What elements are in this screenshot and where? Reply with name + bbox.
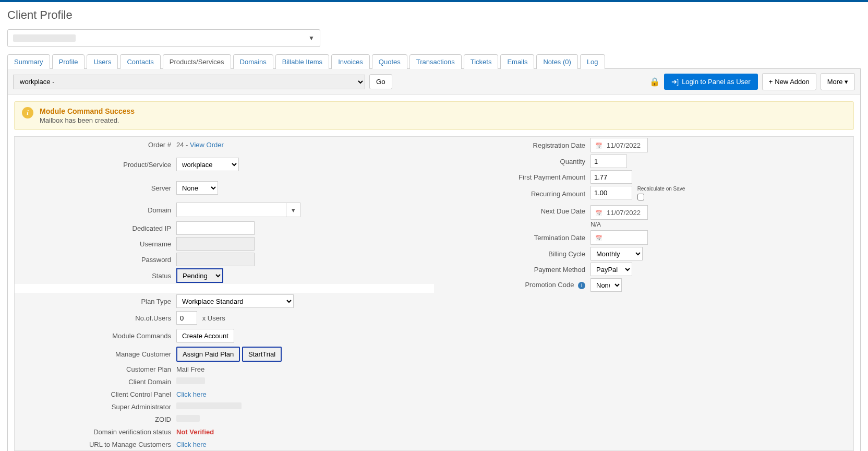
tab-quotes[interactable]: Quotes (372, 54, 407, 69)
plan-type-label: Plan Type (15, 298, 176, 305)
view-order-link[interactable]: View Order (190, 141, 224, 149)
tab-summary[interactable]: Summary (7, 54, 50, 69)
create-account-button[interactable]: Create Account (176, 329, 234, 343)
no-of-users-label: No.of.Users (15, 314, 176, 322)
assign-paid-plan-button[interactable]: Assign Paid Plan (176, 347, 240, 362)
status-select[interactable]: Pending (176, 268, 223, 283)
recalculate-checkbox[interactable] (637, 194, 644, 200)
go-button[interactable]: Go (369, 74, 392, 89)
termination-date-label: Termination Date (434, 234, 590, 242)
domain-dropdown-button[interactable]: ▾ (286, 203, 300, 217)
success-alert: i Module Command Success Mailbox has bee… (14, 101, 854, 130)
no-of-users-input[interactable] (176, 311, 197, 325)
alert-message: Mailbox has been created. (40, 116, 135, 124)
server-select[interactable]: None (176, 181, 218, 195)
calendar-icon (595, 209, 602, 217)
tab-notes[interactable]: Notes (0) (536, 54, 577, 69)
domain-input[interactable] (176, 203, 286, 217)
tab-products-services[interactable]: Products/Services (163, 54, 231, 69)
caret-down-icon: ▾ (845, 78, 848, 86)
domain-label: Domain (15, 206, 176, 214)
username-input[interactable] (176, 237, 255, 251)
info-icon[interactable]: i (578, 282, 585, 289)
caret-down-icon: ▾ (292, 206, 295, 214)
tab-invoices[interactable]: Invoices (331, 54, 370, 69)
domain-verification-status-value: Not Verified (176, 428, 214, 436)
chevron-down-icon: ▼ (308, 34, 315, 42)
url-manage-customers-link[interactable]: Click here (176, 441, 207, 448)
tab-log[interactable]: Log (580, 54, 605, 69)
dedicated-ip-input[interactable] (176, 221, 255, 235)
products-panel: workplace - Go 🔒 ➜] Login to Panel as Us… (7, 68, 861, 451)
quantity-input[interactable] (590, 155, 627, 168)
manage-customer-label: Manage Customer (15, 350, 176, 358)
client-control-panel-link[interactable]: Click here (176, 390, 207, 398)
customer-plan-value: Mail Free (176, 365, 853, 373)
plan-type-select[interactable]: Workplace Standard (176, 294, 294, 308)
recurring-amount-input[interactable] (590, 186, 632, 199)
page-title: Client Profile (7, 8, 861, 22)
customer-plan-label: Customer Plan (15, 365, 176, 373)
registration-date-label: Registration Date (434, 141, 590, 149)
billing-cycle-select[interactable]: Monthly (590, 247, 643, 260)
promotion-code-select[interactable]: None (590, 278, 622, 292)
product-select[interactable]: workplace - (13, 75, 365, 89)
users-suffix: x Users (202, 314, 225, 322)
domain-verification-status-label: Domain verification status (15, 428, 176, 436)
super-admin-redacted (176, 402, 242, 409)
alert-title: Module Command Success (40, 107, 135, 115)
dedicated-ip-label: Dedicated IP (15, 224, 176, 232)
calendar-icon (595, 141, 602, 149)
client-name-redacted (13, 34, 76, 42)
order-label: Order # (15, 141, 176, 149)
url-manage-customers-label: URL to Manage Customers (15, 441, 176, 448)
billing-cycle-label: Billing Cycle (434, 250, 590, 258)
new-addon-button[interactable]: + New Addon (762, 73, 816, 90)
tab-profile[interactable]: Profile (52, 54, 85, 69)
password-input[interactable] (176, 253, 255, 266)
promotion-code-label: Promotion Code i (434, 281, 590, 289)
super-administrator-label: Super Administrator (15, 403, 176, 411)
server-label: Server (15, 184, 176, 192)
next-due-under: N/A (590, 221, 848, 228)
payment-method-label: Payment Method (434, 266, 590, 274)
termination-date-input[interactable] (590, 230, 648, 245)
client-control-panel-label: Client Control Panel (15, 390, 176, 398)
login-icon: ➜] (671, 78, 679, 86)
info-icon: i (22, 107, 33, 118)
calendar-icon (595, 234, 602, 242)
tab-transactions[interactable]: Transactions (409, 54, 462, 69)
password-label: Password (15, 256, 176, 264)
status-label: Status (15, 272, 176, 280)
lock-icon: 🔒 (649, 77, 660, 87)
client-dropdown[interactable]: ▼ (7, 29, 320, 47)
tab-bar: Summary Profile Users Contacts Products/… (7, 54, 861, 69)
plus-icon: + (769, 78, 773, 86)
more-dropdown-button[interactable]: More ▾ (821, 73, 855, 90)
recurring-amount-label: Recurring Amount (434, 190, 590, 198)
next-due-date-input[interactable]: 11/07/2022 (590, 205, 648, 220)
first-payment-label: First Payment Amount (434, 173, 590, 181)
quantity-label: Quantity (434, 158, 590, 165)
tab-domains[interactable]: Domains (233, 54, 273, 69)
start-trial-button[interactable]: StartTrial (242, 347, 282, 362)
tab-users[interactable]: Users (87, 54, 118, 69)
tab-tickets[interactable]: Tickets (464, 54, 499, 69)
zoid-redacted (176, 415, 200, 422)
module-commands-label: Module Commands (15, 332, 176, 340)
first-payment-input[interactable] (590, 170, 632, 184)
payment-method-select[interactable]: PayPal (590, 263, 632, 276)
login-panel-button[interactable]: ➜] Login to Panel as User (664, 74, 758, 90)
username-label: Username (15, 240, 176, 248)
client-domain-redacted (176, 377, 205, 384)
product-service-select[interactable]: workplace (176, 158, 239, 171)
registration-date-input[interactable]: 11/07/2022 (590, 138, 648, 152)
order-number: 24 (176, 141, 184, 149)
next-due-date-label: Next Due Date (434, 205, 590, 215)
recalculate-label: Recalculate on Save (637, 186, 685, 192)
tab-emails[interactable]: Emails (500, 54, 534, 69)
product-service-label: Product/Service (15, 161, 176, 169)
tab-contacts[interactable]: Contacts (120, 54, 160, 69)
zoid-label: ZOID (15, 416, 176, 423)
tab-billable-items[interactable]: Billable Items (275, 54, 329, 69)
